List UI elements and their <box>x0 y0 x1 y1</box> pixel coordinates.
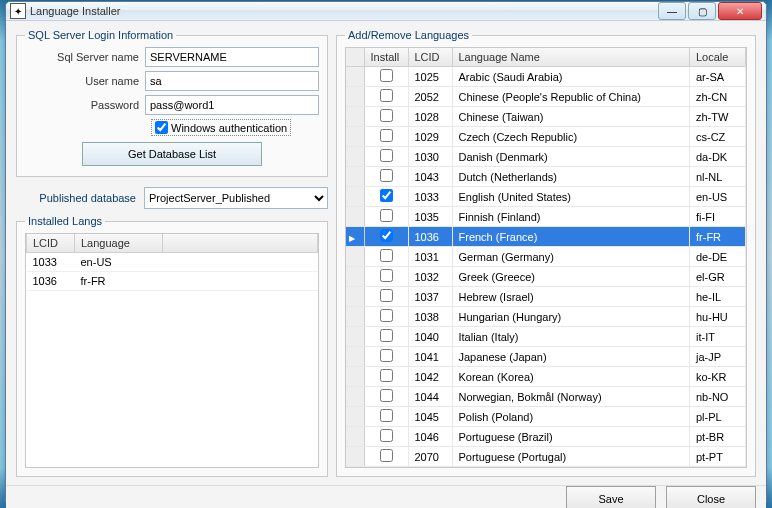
get-database-list-button[interactable]: Get Database List <box>82 142 262 166</box>
lang-locale: da-DK <box>690 147 746 167</box>
lang-lcid: 1037 <box>408 287 452 307</box>
login-legend: SQL Server Login Information <box>25 29 176 41</box>
language-row[interactable]: 1033English (United States)en-US <box>346 187 746 207</box>
lang-name: Danish (Denmark) <box>452 147 690 167</box>
language-row[interactable]: 1038Hungarian (Hungary)hu-HU <box>346 307 746 327</box>
install-checkbox[interactable] <box>380 409 393 422</box>
col-name[interactable]: Language Name <box>452 48 690 67</box>
published-db-select[interactable]: ProjectServer_Published <box>144 187 328 209</box>
install-checkbox[interactable] <box>380 389 393 402</box>
close-button[interactable]: Close <box>666 486 756 508</box>
language-row[interactable]: 1043Dutch (Netherlands)nl-NL <box>346 167 746 187</box>
winauth-checkbox[interactable] <box>155 121 168 134</box>
password-input[interactable] <box>145 95 319 115</box>
col-locale[interactable]: Locale <box>690 48 746 67</box>
installed-langs-grid[interactable]: LCID Language 1033en-US1036fr-FR <box>25 233 319 468</box>
language-row[interactable]: 2070Portuguese (Portugal)pt-PT <box>346 447 746 467</box>
lang-lcid: 1046 <box>408 427 452 447</box>
col-lcid[interactable]: LCID <box>408 48 452 67</box>
install-checkbox[interactable] <box>380 269 393 282</box>
language-row[interactable]: 1045Polish (Poland)pl-PL <box>346 407 746 427</box>
language-row[interactable]: 1030Danish (Denmark)da-DK <box>346 147 746 167</box>
language-row[interactable]: 1029Czech (Czech Republic)cs-CZ <box>346 127 746 147</box>
lang-lcid: 1028 <box>408 107 452 127</box>
lang-name: Chinese (Taiwan) <box>452 107 690 127</box>
footer: Save Close <box>6 485 766 508</box>
lang-name: Italian (Italy) <box>452 327 690 347</box>
languages-grid[interactable]: Install LCID Language Name Locale 1025Ar… <box>346 48 746 467</box>
install-checkbox[interactable] <box>380 169 393 182</box>
server-input[interactable] <box>145 47 319 67</box>
install-checkbox[interactable] <box>380 349 393 362</box>
lang-locale: cs-CZ <box>690 127 746 147</box>
app-icon: ✦ <box>10 3 26 19</box>
install-checkbox[interactable] <box>380 329 393 342</box>
lang-name: Hungarian (Hungary) <box>452 307 690 327</box>
language-row[interactable]: 1028Chinese (Taiwan)zh-TW <box>346 107 746 127</box>
lang-name: Portuguese (Portugal) <box>452 447 690 467</box>
lang-lcid: 1042 <box>408 367 452 387</box>
install-checkbox[interactable] <box>380 369 393 382</box>
install-checkbox[interactable] <box>380 89 393 102</box>
save-button[interactable]: Save <box>566 486 656 508</box>
language-row[interactable]: 1046Portuguese (Brazil)pt-BR <box>346 427 746 447</box>
language-row[interactable]: 1032Greek (Greece)el-GR <box>346 267 746 287</box>
language-row[interactable]: 1041Japanese (Japan)ja-JP <box>346 347 746 367</box>
user-input[interactable] <box>145 71 319 91</box>
installed-row[interactable]: 1036fr-FR <box>27 272 318 291</box>
lang-locale: pt-BR <box>690 427 746 447</box>
lang-lcid: 1040 <box>408 327 452 347</box>
titlebar[interactable]: ✦ Language Installer ― ▢ ✕ <box>6 2 766 21</box>
installed-lang: fr-FR <box>75 272 163 291</box>
lang-name: Czech (Czech Republic) <box>452 127 690 147</box>
language-row[interactable]: 1040Italian (Italy)it-IT <box>346 327 746 347</box>
lang-name: English (United States) <box>452 187 690 207</box>
lang-locale: el-GR <box>690 267 746 287</box>
close-window-button[interactable]: ✕ <box>718 2 762 20</box>
lang-lcid: 1045 <box>408 407 452 427</box>
lang-name: Chinese (People's Republic of China) <box>452 87 690 107</box>
language-row[interactable]: 1031German (Germany)de-DE <box>346 247 746 267</box>
install-checkbox[interactable] <box>380 209 393 222</box>
lang-locale: ja-JP <box>690 347 746 367</box>
lang-lcid: 1043 <box>408 167 452 187</box>
install-checkbox[interactable] <box>380 449 393 462</box>
install-checkbox[interactable] <box>380 249 393 262</box>
content-area: SQL Server Login Information Sql Server … <box>6 21 766 485</box>
installed-lang: en-US <box>75 253 163 272</box>
lang-lcid: 2052 <box>408 87 452 107</box>
language-row[interactable]: 1035Finnish (Finland)fi-FI <box>346 207 746 227</box>
install-checkbox[interactable] <box>380 429 393 442</box>
lang-locale: nb-NO <box>690 387 746 407</box>
installed-col-lang[interactable]: Language <box>75 234 163 253</box>
installed-row[interactable]: 1033en-US <box>27 253 318 272</box>
addremove-group: Add/Remove Languages Install LCID Langua… <box>336 29 756 477</box>
language-row[interactable]: 2052Chinese (People's Republic of China)… <box>346 87 746 107</box>
col-install[interactable]: Install <box>364 48 408 67</box>
lang-locale: de-DE <box>690 247 746 267</box>
installed-col-lcid[interactable]: LCID <box>27 234 75 253</box>
lang-locale: ar-SA <box>690 67 746 87</box>
install-checkbox[interactable] <box>380 189 393 202</box>
language-row[interactable]: 1044Norwegian, Bokmål (Norway)nb-NO <box>346 387 746 407</box>
install-checkbox[interactable] <box>380 109 393 122</box>
install-checkbox[interactable] <box>380 149 393 162</box>
lang-name: German (Germany) <box>452 247 690 267</box>
minimize-button[interactable]: ― <box>658 2 686 20</box>
lang-lcid: 1038 <box>408 307 452 327</box>
install-checkbox[interactable] <box>380 129 393 142</box>
language-row[interactable]: 1036French (France)fr-FR <box>346 227 746 247</box>
language-row[interactable]: 1037Hebrew (Israel)he-IL <box>346 287 746 307</box>
install-checkbox[interactable] <box>380 229 393 242</box>
installed-langs-legend: Installed Langs <box>25 215 105 227</box>
install-checkbox[interactable] <box>380 289 393 302</box>
language-row[interactable]: 1042Korean (Korea)ko-KR <box>346 367 746 387</box>
installed-lcid: 1036 <box>27 272 75 291</box>
addremove-legend: Add/Remove Languages <box>345 29 472 41</box>
install-checkbox[interactable] <box>380 69 393 82</box>
maximize-button[interactable]: ▢ <box>688 2 716 20</box>
install-checkbox[interactable] <box>380 309 393 322</box>
lang-lcid: 1029 <box>408 127 452 147</box>
lang-lcid: 1035 <box>408 207 452 227</box>
language-row[interactable]: 1025Arabic (Saudi Arabia)ar-SA <box>346 67 746 87</box>
